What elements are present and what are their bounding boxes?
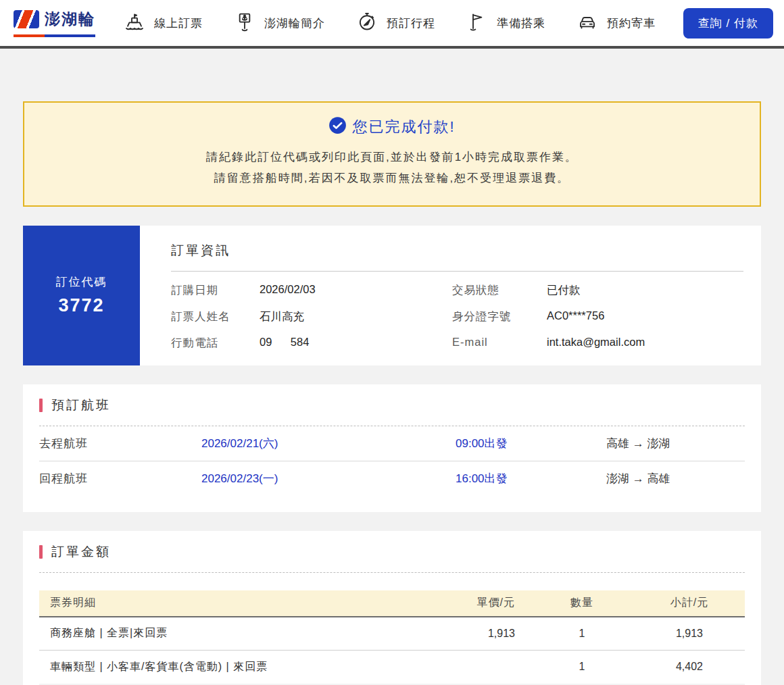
- ticket-subtotal: 1,913: [649, 628, 730, 640]
- ship-icon: [124, 11, 145, 35]
- brand-logo[interactable]: 澎湖輪: [14, 9, 95, 37]
- booking-code-box: 訂位代碼 3772: [23, 226, 140, 365]
- order-amount-card: 訂單金額 票券明細 單價/元 數量 小計/元 商務座艙 | 全票|來回票 1,9…: [23, 531, 761, 685]
- booking-code-label: 訂位代碼: [56, 274, 107, 290]
- col-header-quantity: 數量: [515, 596, 649, 610]
- col-header-subtotal: 小計/元: [649, 596, 730, 610]
- nav-label: 準備搭乘: [497, 16, 545, 31]
- transaction-status-value: 已付款: [547, 272, 743, 298]
- transaction-status-label: 交易狀態: [452, 272, 547, 298]
- check-circle-icon: [328, 116, 347, 137]
- return-voyage-row: 回程航班 2026/02/23(一) 16:00出發 澎湖 → 高雄: [39, 461, 745, 496]
- purchase-date-value: 2026/02/03: [260, 272, 452, 298]
- id-number-label: 身分證字號: [452, 298, 547, 324]
- outbound-route: 高雄 → 澎湖: [606, 436, 745, 451]
- nav-item-online-booking[interactable]: 線上訂票: [124, 11, 203, 35]
- brand-underline: [14, 34, 95, 37]
- ticket-price: 1,913: [351, 628, 515, 640]
- ticket-qty: 1: [515, 661, 649, 673]
- email-value: int.taka@gmail.com: [547, 324, 743, 351]
- main-nav: 線上訂票 澎湖輪簡介 預訂行程: [124, 11, 656, 35]
- nav-item-ferry-intro[interactable]: 澎湖輪簡介: [234, 11, 325, 35]
- booked-voyages-card: 預訂航班 去程航班 2026/02/21(六) 09:00出發 高雄 → 澎湖 …: [23, 384, 761, 512]
- ticket-qty: 1: [515, 628, 649, 640]
- return-label: 回程航班: [39, 471, 201, 486]
- table-row-cabin-ticket: 商務座艙 | 全票|來回票 1,913 1 1,913: [39, 617, 745, 651]
- top-navigation-bar: 澎湖輪 線上訂票 澎湖輪簡介: [0, 0, 784, 49]
- flag-icon: [466, 11, 488, 35]
- return-time: 16:00出發: [456, 471, 606, 486]
- email-label: E-mail: [452, 324, 547, 351]
- nav-item-prepare-boarding[interactable]: 準備搭乘: [466, 11, 545, 35]
- outbound-date: 2026/02/21(六): [201, 436, 456, 451]
- col-header-unit-price: 單價/元: [351, 596, 515, 610]
- outbound-voyage-row: 去程航班 2026/02/21(六) 09:00出發 高雄 → 澎湖: [39, 426, 745, 461]
- id-number-value: AC0****756: [547, 298, 743, 324]
- section-marker: [39, 399, 43, 412]
- purchase-date-label: 訂購日期: [171, 272, 260, 298]
- ticket-subtotal: 4,402: [649, 661, 730, 673]
- brand-name: 澎湖輪: [45, 9, 95, 30]
- order-fields: 訂購日期 2026/02/03 交易狀態 已付款 訂票人姓名 石川高充 身分證字…: [171, 272, 743, 351]
- nav-item-vehicle-reservation[interactable]: 預約寄車: [577, 11, 656, 35]
- dashed-divider: [39, 572, 745, 573]
- notice-title: 您已完成付款!: [352, 117, 455, 137]
- compass-icon: [356, 11, 378, 35]
- col-header-ticket-detail: 票券明細: [39, 596, 351, 610]
- nav-item-book-itinerary[interactable]: 預訂行程: [356, 11, 435, 35]
- payment-success-notice: 您已完成付款! 請紀錄此訂位代碼或列印此頁面,並於出發前1小時完成取票作業。 請…: [23, 101, 761, 207]
- buyer-name-label: 訂票人姓名: [171, 298, 260, 324]
- nav-label: 線上訂票: [154, 16, 203, 31]
- section-marker: [39, 545, 43, 559]
- return-date: 2026/02/23(一): [201, 471, 456, 486]
- ticket-name: 商務座艙 | 全票|來回票: [39, 626, 351, 640]
- ticket-price-table: 票券明細 單價/元 數量 小計/元 商務座艙 | 全票|來回票 1,913 1 …: [39, 590, 745, 685]
- nav-label: 預約寄車: [607, 16, 656, 31]
- nav-label: 澎湖輪簡介: [264, 16, 325, 31]
- booking-code-value: 3772: [58, 295, 104, 316]
- mobile-phone-value: 09 584: [260, 324, 452, 351]
- nav-label: 預訂行程: [387, 16, 435, 31]
- ferry-flag-logo-icon: [14, 10, 39, 28]
- outbound-time: 09:00出發: [456, 436, 606, 451]
- sign-icon: [234, 11, 255, 35]
- order-info-title: 訂單資訊: [171, 242, 743, 259]
- order-info-card: 訂位代碼 3772 訂單資訊 訂購日期 2026/02/03 交易狀態 已付款 …: [23, 226, 761, 365]
- buyer-name-value: 石川高充: [260, 298, 452, 324]
- outbound-label: 去程航班: [39, 436, 201, 451]
- table-row-vehicle-ticket: 車輛類型 | 小客車/客貨車(含電動) | 來回票 1 4,402: [39, 651, 745, 684]
- query-payment-button[interactable]: 查詢 / 付款: [683, 8, 773, 39]
- voyages-section-title: 預訂航班: [51, 397, 111, 414]
- price-table-header: 票券明細 單價/元 數量 小計/元: [39, 590, 745, 617]
- ticket-name: 車輛類型 | 小客車/客貨車(含電動) | 來回票: [39, 660, 351, 674]
- mobile-phone-label: 行動電話: [171, 324, 260, 351]
- amount-section-title: 訂單金額: [51, 543, 111, 561]
- return-route: 澎湖 → 高雄: [606, 471, 745, 486]
- notice-line-2: 請留意搭船時間,若因不及取票而無法登輪,恕不受理退票退費。: [38, 168, 746, 188]
- car-icon: [577, 11, 598, 35]
- notice-line-1: 請紀錄此訂位代碼或列印此頁面,並於出發前1小時完成取票作業。: [38, 147, 746, 168]
